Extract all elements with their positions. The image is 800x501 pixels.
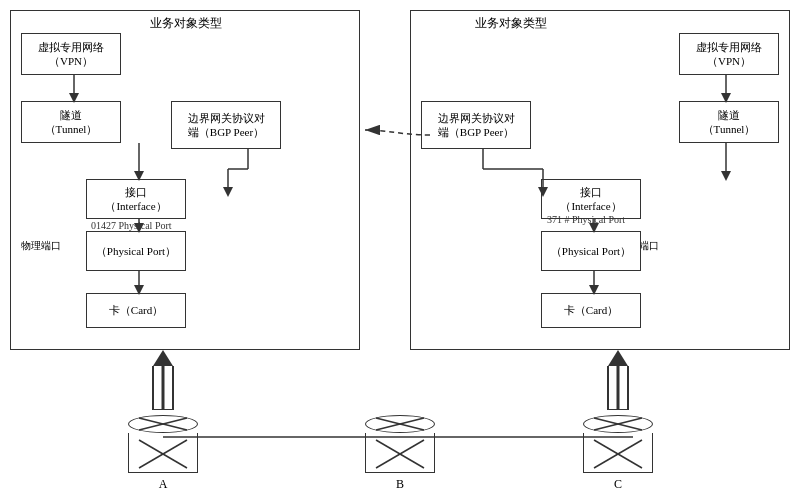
- left-diagram-box: 业务对象类型 虚拟专用网络 （VPN） 隧道 （Tunnel） 边界网关协议对 …: [10, 10, 360, 350]
- right-physical-annotation: 371 # Physical Port: [547, 214, 625, 225]
- svg-marker-1: [69, 93, 79, 103]
- right-physical-box: （Physical Port）: [541, 231, 641, 271]
- arrow-tunnel-interface-right: [720, 143, 732, 181]
- arrow-vpn-tunnel-left: [68, 75, 80, 103]
- left-physical-annotation: 01427 Physical Port: [91, 220, 172, 231]
- svg-marker-20: [538, 187, 548, 197]
- right-tunnel-box: 隧道 （Tunnel）: [679, 101, 779, 143]
- device-c: C: [583, 415, 653, 492]
- device-b-body: [365, 433, 435, 473]
- device-c-top: [583, 415, 653, 433]
- left-card-box: 卡（Card）: [86, 293, 186, 328]
- svg-marker-27: [153, 350, 173, 366]
- svg-marker-14: [721, 93, 731, 103]
- arrow-tunnel-interface-left: [133, 143, 145, 181]
- left-tunnel-box: 隧道 （Tunnel）: [21, 101, 121, 143]
- device-a-body: [128, 433, 198, 473]
- device-connector-line: [163, 435, 633, 439]
- left-physical-box: （Physical Port）: [86, 231, 186, 271]
- svg-marker-24: [589, 285, 599, 295]
- device-a-label: A: [159, 477, 168, 492]
- device-c-cross: [584, 416, 652, 432]
- svg-marker-16: [721, 171, 731, 181]
- svg-marker-3: [134, 171, 144, 181]
- arrow-vpn-tunnel-right: [720, 75, 732, 103]
- left-physical-label: 物理端口: [21, 239, 61, 253]
- svg-marker-32: [608, 350, 628, 366]
- vpn-top-line-left: [21, 35, 291, 59]
- right-bgp-box: 边界网关协议对 端（BGP Peer）: [421, 101, 531, 149]
- device-b-cross: [366, 416, 434, 432]
- arrow-bgp-interface-left: [223, 149, 273, 197]
- svg-marker-11: [134, 285, 144, 295]
- left-bgp-box: 边界网关协议对 端（BGP Peer）: [171, 101, 281, 149]
- device-b: B: [365, 415, 435, 492]
- device-a-cross: [129, 416, 197, 432]
- left-interface-box: 接口 （Interface）: [86, 179, 186, 219]
- main-container: 业务对象类型 虚拟专用网络 （VPN） 隧道 （Tunnel） 边界网关协议对 …: [0, 0, 800, 501]
- device-c-body: [583, 433, 653, 473]
- right-title-business: 业务对象类型: [421, 15, 601, 32]
- device-a-body-cross: [129, 435, 197, 473]
- device-a-top: [128, 415, 198, 433]
- right-card-box: 卡（Card）: [541, 293, 641, 328]
- right-interface-box: 接口 （Interface）: [541, 179, 641, 219]
- left-title: 业务对象类型: [111, 15, 261, 32]
- arrow-physical-card-left: [133, 271, 145, 295]
- device-b-label: B: [396, 477, 404, 492]
- big-arrow-up-left: [148, 350, 178, 410]
- device-b-top: [365, 415, 435, 433]
- arrow-bgp-interface-right: [473, 149, 553, 197]
- device-c-body-cross: [584, 435, 652, 473]
- device-a: A: [128, 415, 198, 492]
- device-b-body-cross: [366, 435, 434, 473]
- arrow-physical-card-right: [588, 271, 600, 295]
- right-diagram-box: 业务对象类型 虚拟专用网络 （VPN） 边界网关协议对 端（BGP Peer） …: [410, 10, 790, 350]
- right-vpn-box: 虚拟专用网络 （VPN）: [679, 33, 779, 75]
- big-arrow-up-right: [603, 350, 633, 410]
- svg-marker-7: [223, 187, 233, 197]
- device-c-label: C: [614, 477, 622, 492]
